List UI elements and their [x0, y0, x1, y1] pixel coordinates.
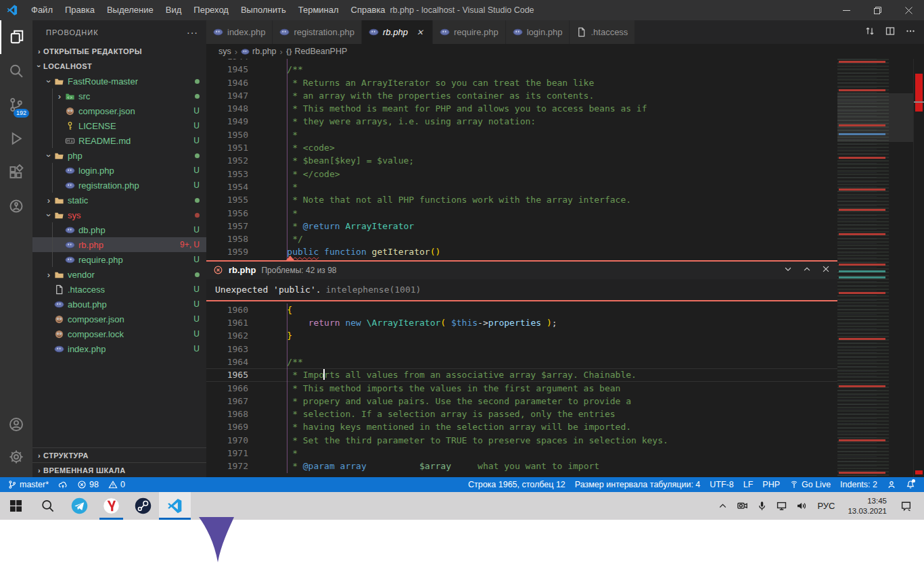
- code-line-1946[interactable]: 1946 * Returns an ArrayIterator so you c…: [206, 76, 837, 89]
- chevron-up-icon[interactable]: [802, 264, 812, 276]
- code-line-1951[interactable]: 1951 * <code>: [206, 141, 837, 154]
- tree-item-README.md[interactable]: README.mdU: [32, 133, 206, 148]
- restore-button[interactable]: [862, 0, 893, 20]
- action-center-icon[interactable]: [894, 492, 917, 520]
- code-line-1949[interactable]: 1949 * they were arrays, i.e. using arra…: [206, 115, 837, 128]
- close-button[interactable]: [893, 0, 924, 20]
- code-line-1958[interactable]: 1958 */: [206, 232, 837, 245]
- peek-header[interactable]: rb.php Проблемы: 42 из 98: [206, 262, 837, 279]
- status-98[interactable]: 98: [72, 477, 103, 492]
- peek-message-row[interactable]: Unexpected 'public'. intelephense(1001): [206, 279, 837, 300]
- tree-item-static[interactable]: ›static: [32, 193, 206, 207]
- tree-item-about.php[interactable]: about.phpU: [32, 297, 206, 312]
- code-line-1972[interactable]: 1972 * @param array $array what you want…: [206, 460, 837, 472]
- code-line-1953[interactable]: 1953 * </code>: [206, 168, 837, 180]
- menu-Справка[interactable]: Справка: [345, 0, 392, 20]
- activitybar-circle-branch[interactable]: [0, 189, 32, 223]
- taskbar-yandex-browser[interactable]: [95, 492, 127, 520]
- menu-Файл[interactable]: Файл: [25, 0, 59, 20]
- tree-item-composer.json[interactable]: composer.jsonU: [32, 103, 206, 118]
- code-line-1961[interactable]: 1961 return new \ArrayIterator( $this->p…: [206, 316, 837, 329]
- status-lf[interactable]: LF: [739, 477, 758, 492]
- menu-Правка[interactable]: Правка: [59, 0, 101, 20]
- status-0[interactable]: 0: [103, 477, 130, 492]
- code-line-1968[interactable]: 1968 * selection. If a selection array i…: [206, 408, 837, 420]
- split-editor-icon[interactable]: [885, 26, 896, 39]
- status-bell[interactable]: [901, 477, 920, 492]
- code-line-1948[interactable]: 1948 * This method is meant for PHP and …: [206, 102, 837, 115]
- code-line-1956[interactable]: 1956 *: [206, 207, 837, 220]
- code-line-1963[interactable]: 1963: [206, 343, 837, 356]
- tree-item-php[interactable]: ›php: [32, 148, 206, 163]
- code-line-1955[interactable]: 1955 * Note that not all PHP functions w…: [206, 193, 837, 206]
- activitybar-account[interactable]: [0, 408, 32, 441]
- status-master-[interactable]: master*: [3, 477, 53, 492]
- tree-item-composer.lock[interactable]: composer.lockU: [32, 326, 206, 341]
- camera-icon[interactable]: [733, 492, 751, 520]
- tab-login.php[interactable]: login.php: [506, 20, 570, 44]
- tree-item-login.php[interactable]: login.phpU: [32, 163, 206, 178]
- taskbar-steam[interactable]: [127, 492, 159, 520]
- clock[interactable]: 13:4513.03.2021: [842, 496, 892, 516]
- tree-item-.htaccess[interactable]: .htaccessU: [32, 282, 206, 297]
- code-line-1959[interactable]: 1959 public function getIterator(): [206, 245, 837, 258]
- breadcrumb-folder[interactable]: sys: [218, 47, 231, 56]
- open-editors-section[interactable]: › ОТКРЫТЫЕ РЕДАКТОРЫ: [32, 44, 206, 59]
- breadcrumb-file[interactable]: rb.php: [241, 47, 276, 56]
- status-cloud-upload[interactable]: [53, 477, 72, 492]
- code-line-1964[interactable]: 1964 /**: [206, 356, 837, 368]
- status-indents-2[interactable]: Indents: 2: [835, 477, 882, 492]
- activitybar-run-debug[interactable]: [0, 122, 32, 155]
- code-line-1969[interactable]: 1969 * having keys mentioned in the sele…: [206, 420, 837, 433]
- tree-item-index.php[interactable]: index.phpU: [32, 341, 206, 356]
- tab-require.php[interactable]: require.php: [433, 20, 506, 44]
- code-line-1945[interactable]: 1945 /**: [206, 63, 837, 76]
- status-feedback-person[interactable]: [882, 477, 901, 492]
- microphone-icon[interactable]: [753, 492, 770, 520]
- menu-Терминал[interactable]: Терминал: [292, 0, 345, 20]
- tree-item-require.php[interactable]: require.phpU: [32, 252, 206, 267]
- activitybar-settings-gear[interactable]: [0, 441, 32, 473]
- activitybar-extensions[interactable]: [0, 155, 32, 189]
- open-changes-icon[interactable]: [864, 26, 875, 39]
- close-icon[interactable]: [821, 264, 831, 276]
- tab-close-icon[interactable]: ✕: [415, 28, 425, 37]
- tray-chevron-icon[interactable]: [714, 492, 731, 520]
- more-actions-icon[interactable]: [905, 26, 916, 39]
- tree-item-db.php[interactable]: db.phpU: [32, 222, 206, 237]
- code-line-1954[interactable]: 1954 *: [206, 180, 837, 193]
- activitybar-search[interactable]: [0, 54, 32, 88]
- menu-Выделение[interactable]: Выделение: [101, 0, 160, 20]
- timeline-section[interactable]: › ВРЕМЕННАЯ ШКАЛА: [32, 462, 206, 477]
- overview-ruler[interactable]: [913, 59, 924, 477]
- speaker-icon[interactable]: [792, 492, 810, 520]
- code-line-1970[interactable]: 1970 * Set the third parameter to TRUE t…: [206, 434, 837, 447]
- code-line-1957[interactable]: 1957 * @return ArrayIterator: [206, 220, 837, 232]
- taskbar-vscode[interactable]: [159, 492, 191, 520]
- root-folder-section[interactable]: › LOCALHOST: [32, 59, 206, 74]
- code-line-1950[interactable]: 1950 *: [206, 128, 837, 141]
- editor[interactable]: 19441945 /**1946 * Returns an ArrayItera…: [206, 59, 924, 477]
- tab-rb.php[interactable]: rb.php✕: [362, 20, 433, 44]
- tab-registration.php[interactable]: registration.php: [273, 20, 362, 44]
- taskbar-taskbar-search[interactable]: [32, 492, 64, 520]
- chevron-down-icon[interactable]: [783, 264, 793, 276]
- tab-.htaccess[interactable]: .htaccess: [570, 20, 635, 44]
- code-line-1967[interactable]: 1967 * propery and value pairs. Use the …: [206, 395, 837, 408]
- tree-item-LICENSE[interactable]: LICENSEU: [32, 118, 206, 133]
- minimize-button[interactable]: [831, 0, 862, 20]
- breadcrumb-symbol[interactable]: {}RedBeanPHP: [286, 47, 347, 56]
- menu-Выполнить[interactable]: Выполнить: [235, 0, 292, 20]
- taskbar-start[interactable]: [0, 492, 32, 520]
- tree-item-vendor[interactable]: ›vendor: [32, 267, 206, 282]
- sidebar-more-actions[interactable]: ···: [187, 27, 198, 38]
- network-icon[interactable]: [772, 492, 790, 520]
- code-line-1965[interactable]: 1965 * Imports all values from an associ…: [206, 368, 837, 381]
- menu-Вид[interactable]: Вид: [160, 0, 188, 20]
- outline-section[interactable]: › СТРУКТУРА: [32, 447, 206, 462]
- tree-item-rb.php[interactable]: rb.php9+, U: [32, 237, 206, 252]
- status-размер-интервала-табуляции-4[interactable]: Размер интервала табуляции: 4: [570, 477, 705, 492]
- code-line-1947[interactable]: 1947 * an array with the properties cont…: [206, 89, 837, 102]
- language-indicator[interactable]: РУС: [812, 501, 840, 511]
- code-line-1966[interactable]: 1966 * This method imports the values in…: [206, 382, 837, 395]
